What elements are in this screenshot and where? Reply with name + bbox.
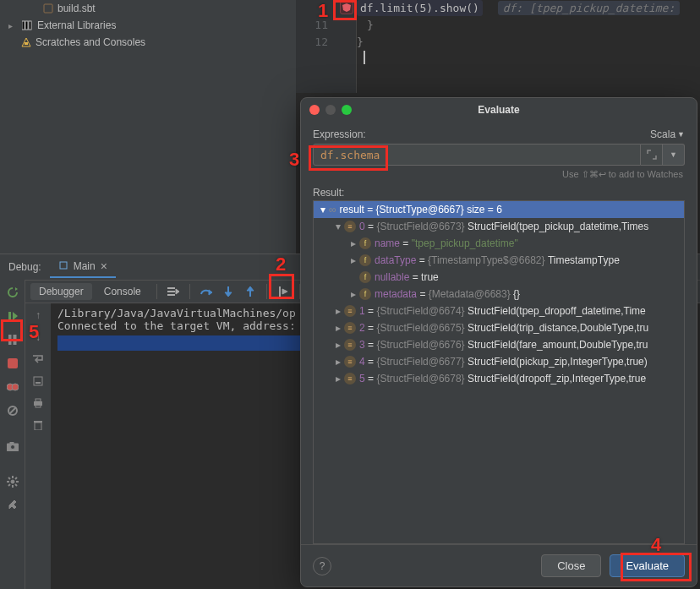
object-icon: ≡: [344, 305, 356, 317]
expand-icon[interactable]: [641, 144, 663, 166]
project-tree: build.sbt ▸ External Libraries Scratches…: [0, 0, 296, 254]
camera-icon[interactable]: [3, 437, 22, 455]
callout-2-label: 2: [276, 254, 286, 275]
svg-rect-4: [25, 42, 28, 45]
evaluate-button[interactable]: Evaluate: [610, 554, 685, 577]
svg-rect-41: [35, 423, 41, 430]
chevron-right-icon: ▸: [8, 21, 19, 30]
svg-rect-5: [60, 262, 67, 269]
view-breakpoints-icon[interactable]: [3, 378, 22, 396]
result-tree-item[interactable]: ≡ 0 = {StructField@6673} StructField(tpe…: [314, 218, 684, 235]
library-icon: [22, 19, 34, 31]
svg-rect-15: [10, 442, 14, 444]
step-into-icon[interactable]: [219, 282, 238, 301]
resume-icon[interactable]: [3, 307, 22, 325]
trash-icon[interactable]: [30, 417, 46, 434]
history-dropdown-icon[interactable]: ▼: [663, 144, 685, 166]
tree-item-external-libraries[interactable]: ▸ External Libraries: [0, 17, 296, 34]
chevron-right-icon[interactable]: [332, 356, 344, 368]
object-icon: ≡: [344, 322, 356, 334]
result-tree-item[interactable]: ≡4 = {StructField@6677} StructField(pick…: [314, 353, 684, 370]
result-tree-field[interactable]: f metadata = {Metadata@6683} {}: [314, 286, 684, 303]
show-execution-point-icon[interactable]: [164, 282, 183, 301]
result-tree-item[interactable]: ≡1 = {StructField@6674} StructField(tpep…: [314, 303, 684, 319]
dialog-titlebar[interactable]: Evaluate: [301, 98, 697, 122]
close-icon[interactable]: ×: [101, 259, 107, 273]
tree-item-build-sbt[interactable]: build.sbt: [0, 0, 296, 17]
debug-title: Debug:: [3, 261, 46, 273]
step-over-icon[interactable]: [197, 282, 216, 301]
callout-1-label: 1: [318, 0, 328, 22]
inline-type-hint: df: [tpep_pickup_datetime:: [498, 1, 681, 15]
print-icon[interactable]: [30, 395, 46, 412]
evaluate-dialog: Evaluate Expression: Scala▼ ▼ Use ⇧⌘↩ to…: [300, 97, 697, 587]
tab-main[interactable]: Main ×: [50, 256, 116, 278]
chevron-right-icon[interactable]: [347, 254, 359, 266]
chevron-right-icon[interactable]: [332, 339, 344, 351]
chevron-down-icon[interactable]: [332, 221, 344, 232]
stop-icon[interactable]: [3, 354, 22, 373]
svg-point-10: [12, 384, 19, 390]
field-icon: f: [359, 271, 371, 283]
result-tree-item[interactable]: ≡3 = {StructField@6676} StructField(fare…: [314, 336, 684, 353]
step-out-icon[interactable]: [241, 282, 260, 301]
result-root-row[interactable]: ∞ result = {StructType@6667} size = 6: [314, 201, 684, 218]
chevron-right-icon[interactable]: [347, 237, 359, 249]
chevron-right-icon[interactable]: [347, 288, 359, 300]
svg-rect-7: [8, 335, 11, 345]
tree-item-label: External Libraries: [37, 19, 116, 31]
chevron-down-icon: ▼: [677, 130, 685, 139]
chevron-right-icon[interactable]: [332, 373, 344, 384]
svg-line-24: [15, 477, 17, 479]
callout-3-label: 3: [289, 149, 299, 171]
svg-rect-39: [36, 399, 41, 401]
expression-label: Expression:: [313, 128, 366, 140]
result-tree-item[interactable]: ≡5 = {StructField@6678} StructField(drop…: [314, 370, 684, 387]
code-editor[interactable]: 11 12 df.limit(5).show() df: [tpep_picku…: [296, 0, 700, 93]
scroll-to-end-icon[interactable]: [30, 373, 46, 390]
dialog-title: Evaluate: [301, 104, 697, 116]
callout-5-label: 5: [29, 321, 39, 343]
settings-gear-icon[interactable]: [3, 472, 22, 491]
expression-input[interactable]: [313, 144, 641, 166]
svg-rect-1: [22, 21, 25, 30]
run-to-cursor-icon[interactable]: [274, 282, 293, 301]
debug-run-gutter: [0, 280, 25, 589]
svg-rect-36: [34, 377, 42, 385]
field-icon: f: [359, 237, 371, 249]
scratches-icon: [20, 36, 32, 48]
svg-rect-6: [8, 312, 11, 320]
file-icon: [42, 3, 54, 14]
svg-line-23: [8, 484, 10, 486]
object-icon: ≡: [344, 339, 356, 351]
chevron-right-icon[interactable]: [332, 322, 344, 334]
svg-point-14: [10, 444, 14, 449]
chain-icon: ∞: [329, 204, 336, 215]
dialog-footer: ? Close Evaluate: [301, 544, 697, 586]
console-tab[interactable]: Console: [96, 283, 150, 300]
code-text: }: [357, 35, 364, 48]
result-tree-field[interactable]: f name = "tpep_pickup_datetime": [314, 235, 684, 252]
close-button[interactable]: Close: [541, 554, 601, 577]
language-dropdown[interactable]: Scala▼: [650, 128, 685, 140]
mute-breakpoints-icon[interactable]: [3, 401, 22, 420]
result-tree-field[interactable]: f nullable = true: [314, 269, 684, 286]
editor-gutter: 11 12: [296, 0, 336, 93]
debugger-tab[interactable]: Debugger: [30, 283, 92, 300]
chevron-down-icon[interactable]: [317, 204, 329, 215]
editor-caret: [364, 51, 365, 64]
svg-rect-40: [36, 405, 41, 407]
compiler-error-shield-icon[interactable]: [340, 1, 353, 14]
rerun-icon[interactable]: [3, 283, 22, 302]
pin-icon[interactable]: [3, 496, 22, 515]
pause-icon[interactable]: [3, 330, 22, 349]
chevron-right-icon[interactable]: [332, 305, 344, 317]
result-tree-item[interactable]: ≡2 = {StructField@6675} StructField(trip…: [314, 319, 684, 336]
result-tree[interactable]: ∞ result = {StructType@6667} size = 6 ≡ …: [313, 200, 685, 544]
tree-item-scratches[interactable]: Scratches and Consoles: [0, 34, 296, 51]
result-tree-field[interactable]: f dataType = {TimestampType$@6682} Times…: [314, 252, 684, 269]
soft-wrap-icon[interactable]: [30, 351, 46, 368]
code-text: }: [357, 19, 374, 31]
help-icon[interactable]: ?: [313, 557, 331, 575]
object-icon: ≡: [344, 356, 356, 368]
